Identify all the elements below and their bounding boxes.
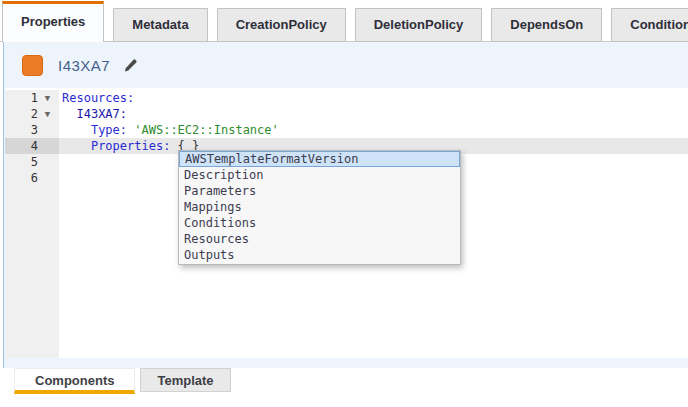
tab-condition[interactable]: Condition (611, 8, 688, 42)
line-number: 5 (5, 154, 38, 170)
gutter-row: 5 (5, 154, 59, 170)
tab-deletionpolicy[interactable]: DeletionPolicy (355, 8, 483, 42)
code-token-key: Properties: (91, 139, 170, 153)
fold-spacer (38, 138, 57, 154)
code-token-plain (62, 123, 91, 137)
autocomplete-item[interactable]: Conditions (179, 215, 460, 231)
code-token-string: 'AWS::EC2::Instance' (134, 123, 279, 137)
line-number: 2 (5, 106, 38, 122)
tab-dependson[interactable]: DependsOn (491, 8, 602, 42)
resource-header: I43XA7 (4, 42, 688, 88)
tab-template[interactable]: Template (140, 368, 230, 392)
tab-properties[interactable]: Properties (2, 1, 104, 42)
autocomplete-popup: AWSTemplateFormatVersionDescriptionParam… (178, 150, 461, 265)
code-token-plain (62, 139, 91, 153)
autocomplete-item[interactable]: Resources (179, 231, 460, 247)
line-number: 4 (5, 138, 38, 154)
fold-arrow-icon[interactable]: ▼ (38, 106, 57, 122)
editor-gutter[interactable]: 1▼2▼3456 (5, 90, 59, 358)
resource-title: I43XA7 (58, 57, 110, 74)
code-line[interactable]: Resources: (59, 90, 688, 106)
gutter-row: 4 (5, 138, 59, 154)
gutter-row: 6 (5, 170, 59, 186)
resource-tab-bar: PropertiesMetadataCreationPolicyDeletion… (0, 0, 688, 42)
tab-metadata[interactable]: Metadata (113, 8, 207, 42)
line-number: 6 (5, 170, 38, 186)
autocomplete-item[interactable]: Description (179, 167, 460, 183)
code-token-plain (62, 107, 76, 121)
fold-arrow-icon[interactable]: ▼ (38, 90, 57, 106)
fold-spacer (38, 122, 57, 138)
autocomplete-item[interactable]: Mappings (179, 199, 460, 215)
code-token-key: Resources: (62, 91, 134, 105)
tab-creationpolicy[interactable]: CreationPolicy (217, 8, 346, 42)
autocomplete-item[interactable]: AWSTemplateFormatVersion (179, 151, 460, 167)
line-number: 3 (5, 122, 38, 138)
edit-title-button[interactable] (123, 58, 138, 73)
tab-components[interactable]: Components (14, 368, 135, 394)
code-line[interactable]: Type: 'AWS::EC2::Instance' (59, 122, 688, 138)
gutter-row: 3 (5, 122, 59, 138)
pencil-icon (123, 58, 138, 73)
view-tab-bar: ComponentsTemplate (0, 368, 688, 407)
properties-panel: I43XA7 1▼2▼3456 Resources: I43XA7: Type:… (3, 42, 688, 368)
fold-spacer (38, 154, 57, 170)
line-number: 1 (5, 90, 38, 106)
autocomplete-item[interactable]: Outputs (179, 247, 460, 263)
ec2-instance-icon (22, 55, 43, 76)
fold-spacer (38, 170, 57, 186)
gutter-row: 1▼ (5, 90, 59, 106)
gutter-row: 2▼ (5, 106, 59, 122)
code-editor[interactable]: 1▼2▼3456 Resources: I43XA7: Type: 'AWS::… (5, 88, 688, 358)
code-token-key: Type: (91, 123, 127, 137)
code-token-name: I43XA7: (76, 107, 127, 121)
code-line[interactable]: I43XA7: (59, 106, 688, 122)
autocomplete-item[interactable]: Parameters (179, 183, 460, 199)
